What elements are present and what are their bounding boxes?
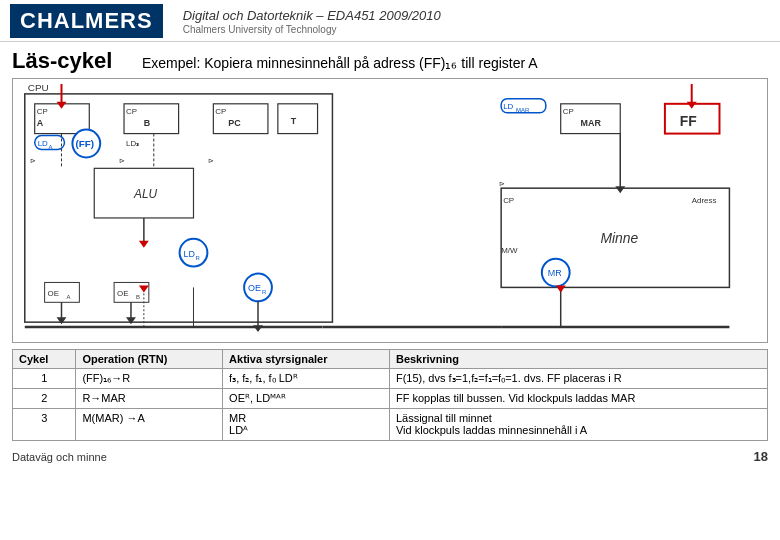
- header-info: Digital och Datorteknik – EDA451 2009/20…: [183, 6, 441, 35]
- svg-text:CP: CP: [126, 107, 137, 116]
- cell-signals: OEᴿ, LDᴹᴬᴿ: [223, 389, 390, 409]
- cell-cykel: 3: [13, 409, 76, 441]
- svg-text:CP: CP: [503, 196, 514, 205]
- col-operation: Operation (RTN): [76, 350, 223, 369]
- course-title: Digital och Datorteknik – EDA451 2009/20…: [183, 8, 441, 23]
- svg-text:ALU: ALU: [133, 187, 158, 201]
- svg-text:CP: CP: [37, 107, 48, 116]
- svg-rect-26: [278, 104, 318, 134]
- svg-text:⊳: ⊳: [119, 157, 125, 164]
- svg-text:A: A: [66, 294, 70, 300]
- header: CHALMERS Digital och Datorteknik – EDA45…: [0, 0, 780, 42]
- svg-text:LD: LD: [184, 249, 196, 259]
- cell-operation: M(MAR) →A: [76, 409, 223, 441]
- svg-text:OE: OE: [248, 283, 261, 293]
- cell-operation: (FF)₁₆→R: [76, 369, 223, 389]
- cell-description: Lässignal till minnet Vid klockpuls ladd…: [389, 409, 767, 441]
- page-number: 18: [754, 449, 768, 464]
- footer-left-text: Dataväg och minne: [12, 451, 107, 463]
- svg-text:⊳: ⊳: [499, 180, 505, 187]
- svg-text:A: A: [49, 144, 53, 150]
- page-title: Läs-cykel: [12, 48, 122, 74]
- svg-text:(FF): (FF): [75, 138, 94, 149]
- circuit-diagram: CPU CP A LD A (FF) CP B LD₃ ALU CP PC: [12, 78, 768, 343]
- svg-text:MR: MR: [548, 268, 562, 278]
- title-row: Läs-cykel Exempel: Kopiera minnesinnehål…: [0, 42, 780, 78]
- cell-operation: R→MAR: [76, 389, 223, 409]
- svg-text:OE: OE: [117, 289, 128, 298]
- svg-text:R: R: [262, 289, 267, 295]
- svg-text:CP: CP: [563, 107, 574, 116]
- col-beskrivning: Beskrivning: [389, 350, 767, 369]
- svg-text:LD₃: LD₃: [126, 139, 139, 148]
- svg-text:PC: PC: [228, 118, 241, 128]
- svg-text:MAR: MAR: [516, 107, 530, 113]
- svg-text:FF: FF: [680, 113, 697, 129]
- svg-text:⊳: ⊳: [30, 157, 36, 164]
- svg-text:A: A: [37, 118, 44, 128]
- table-row: 1(FF)₁₆→Rf₃, f₂, f₁, f₀ LDᴿF(15), dvs f₃…: [13, 369, 768, 389]
- svg-text:B: B: [144, 118, 151, 128]
- svg-text:CPU: CPU: [28, 82, 49, 93]
- example-description: Exempel: Kopiera minnesinnehåll på adres…: [142, 55, 538, 71]
- col-cykel: Cykel: [13, 350, 76, 369]
- svg-text:R: R: [195, 255, 200, 261]
- data-table: Cykel Operation (RTN) Aktiva styrsignale…: [12, 349, 768, 441]
- col-signals: Aktiva styrsignaler: [223, 350, 390, 369]
- cell-description: FF kopplas till bussen. Vid klockpuls la…: [389, 389, 767, 409]
- cell-cykel: 1: [13, 369, 76, 389]
- svg-text:LD: LD: [38, 139, 48, 148]
- svg-text:LD: LD: [503, 102, 513, 111]
- svg-text:Minne: Minne: [600, 230, 638, 246]
- cell-cykel: 2: [13, 389, 76, 409]
- cell-signals: f₃, f₂, f₁, f₀ LDᴿ: [223, 369, 390, 389]
- cell-description: F(15), dvs f₃=1,f₂=f₁=f₀=1. dvs. FF plac…: [389, 369, 767, 389]
- svg-text:B: B: [136, 294, 140, 300]
- cell-signals: MR LDᴬ: [223, 409, 390, 441]
- svg-text:MAR: MAR: [581, 118, 602, 128]
- svg-text:M/W: M/W: [501, 246, 518, 255]
- footer: Dataväg och minne 18: [0, 445, 780, 468]
- svg-text:Adress: Adress: [692, 196, 717, 205]
- svg-text:⊳: ⊳: [208, 157, 214, 164]
- svg-text:T: T: [291, 116, 297, 126]
- svg-text:OE: OE: [48, 289, 59, 298]
- svg-text:CP: CP: [215, 107, 226, 116]
- university-name: Chalmers University of Technology: [183, 24, 441, 35]
- table-row: 3M(MAR) →AMR LDᴬLässignal till minnet Vi…: [13, 409, 768, 441]
- chalmers-logo: CHALMERS: [10, 4, 163, 38]
- table-row: 2R→MAROEᴿ, LDᴹᴬᴿFF kopplas till bussen. …: [13, 389, 768, 409]
